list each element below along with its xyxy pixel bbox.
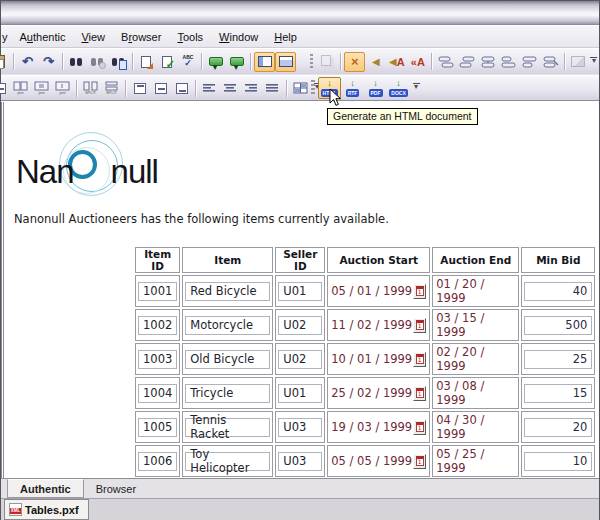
check-wellformed-button[interactable] [135,52,156,72]
generate-rtf-button[interactable]: ↓ RTF [341,77,364,99]
validate-button[interactable] [156,52,177,72]
append-row-button[interactable] [205,52,226,72]
join-below-button[interactable]: join [52,78,73,98]
calendar-button[interactable]: 1 [413,386,426,401]
show-large-markup-button[interactable]: ◀A [386,52,407,72]
valign-middle-button[interactable] [150,78,171,98]
item-field[interactable]: Tennis Racket [185,418,270,437]
join-left-button[interactable]: join [10,78,31,98]
unwrap-element-button[interactable] [519,52,540,72]
menu-item-tools[interactable]: Tools [169,28,211,46]
toolbar-overflow-button[interactable]: ▾ [410,83,422,92]
auction-end-field[interactable]: 03 / 08 / 1999 [436,379,515,407]
calendar-button[interactable]: 1 [413,352,426,367]
auction-end-field[interactable]: 03 / 15 / 1999 [436,311,515,339]
copy-xpath-button[interactable] [316,52,337,72]
seller-id-field[interactable]: U02 [278,316,322,335]
split-vertical-toggle[interactable] [254,52,275,72]
item-field[interactable]: Toy Helicopter [185,452,270,471]
toolbar-grip[interactable] [310,54,313,70]
item-id-field[interactable]: 1001 [138,282,177,301]
min-bid-field[interactable]: 15 [524,384,592,403]
toolbar-grip[interactable] [311,80,315,96]
auction-start-field[interactable]: 11 / 02 / 1999 [331,318,413,332]
insert-row-button[interactable] [226,52,247,72]
menu-item-view[interactable]: View [73,28,113,46]
auction-start-field[interactable]: 05 / 05 / 1999 [331,454,413,468]
item-id-field[interactable]: 1005 [138,418,177,437]
item-field[interactable]: Old Bicycle [185,350,270,369]
file-tab-bar: Tables.pxf [1,498,599,520]
show-small-markup-button[interactable]: ◀ [365,52,386,72]
menu-item-clipped[interactable]: y [1,28,12,46]
find-button[interactable] [66,52,87,72]
seller-id-field[interactable]: U03 [278,452,322,471]
item-field[interactable]: Tricycle [185,384,270,403]
undo-button[interactable]: ↶ [17,52,38,72]
split-horizontally-button[interactable]: SPLIT [80,78,101,98]
auction-end-field[interactable]: 05 / 25 / 1999 [436,447,515,475]
menu-item-window[interactable]: Window [211,28,266,46]
valign-bottom-button[interactable] [171,78,192,98]
min-bid-field[interactable]: 20 [524,418,592,437]
hide-markup-toggle[interactable]: × [344,52,365,72]
item-id-field[interactable]: 1004 [138,384,177,403]
generate-pdf-button[interactable]: ↓ PDF [364,77,387,99]
auction-end-field[interactable]: 04 / 30 / 1999 [436,413,515,441]
auction-start-field[interactable]: 19 / 03 / 1999 [331,420,413,434]
file-tab-tables-pxf[interactable]: Tables.pxf [4,499,89,520]
calendar-button[interactable]: 1 [413,420,426,435]
print-preview-button[interactable] [568,52,589,72]
min-bid-field[interactable]: 10 [524,452,592,471]
seller-id-field[interactable]: U02 [278,350,322,369]
calendar-button[interactable]: 1 [413,284,426,299]
seller-id-field[interactable]: U01 [278,384,322,403]
add-child-element-button[interactable] [477,52,498,72]
item-id-field[interactable]: 1006 [138,452,177,471]
item-field[interactable]: Motorcycle [185,316,270,335]
paste-button[interactable] [0,52,10,72]
wrap-element-button[interactable] [498,52,519,72]
min-bid-field[interactable]: 40 [524,282,592,301]
auction-end-field[interactable]: 01 / 20 / 1999 [436,277,515,305]
menu-item-authentic[interactable]: Authentic [12,28,74,46]
split-horizontal-toggle[interactable] [275,52,296,72]
calendar-button[interactable]: 1 [413,454,426,469]
item-id-field[interactable]: 1002 [138,316,177,335]
min-bid-field[interactable]: 25 [524,350,592,369]
show-mixed-markup-button[interactable]: «A [407,52,428,72]
align-justify-button[interactable] [262,78,283,98]
tab-authentic[interactable]: Authentic [7,479,84,498]
find-in-files-button[interactable] [108,52,129,72]
menu-item-browser[interactable]: Browser [113,28,169,46]
menu-item-help[interactable]: Help [266,28,305,46]
append-element-button[interactable] [435,52,456,72]
tab-browser[interactable]: Browser [84,479,148,498]
remove-element-button[interactable] [540,52,561,72]
align-left-button[interactable] [199,78,220,98]
seller-id-field[interactable]: U01 [278,282,322,301]
join-right-button[interactable]: join [31,78,52,98]
auction-start-field[interactable]: 10 / 01 / 1999 [331,352,413,366]
find-next-button[interactable] [87,52,108,72]
item-id-field[interactable]: 1003 [138,350,177,369]
item-field[interactable]: Red Bicycle [185,282,270,301]
split-vertically-button[interactable]: SPLIT [101,78,122,98]
table-properties-button[interactable] [290,78,311,98]
auction-start-field[interactable]: 05 / 01 / 1999 [331,284,413,298]
min-bid-field[interactable]: 500 [524,316,592,335]
valign-top-button[interactable] [129,78,150,98]
align-center-button[interactable] [220,78,241,98]
insert-element-button[interactable] [456,52,477,72]
spelling-button[interactable]: ABC✓ [177,52,198,72]
generate-docx-button[interactable]: ↓ DOCX [387,77,410,99]
auction-end-field[interactable]: 02 / 20 / 1999 [436,345,515,373]
auction-start-field[interactable]: 25 / 02 / 1999 [331,386,413,400]
seller-id-field[interactable]: U03 [278,418,322,437]
calendar-button[interactable]: 1 [413,318,426,333]
toolbar-overflow-button[interactable]: ▾ [589,57,599,66]
toolbar-separator [76,80,77,97]
table-edit-button[interactable] [0,78,10,98]
align-right-button[interactable] [241,78,262,98]
redo-button[interactable]: ↷ [38,52,59,72]
